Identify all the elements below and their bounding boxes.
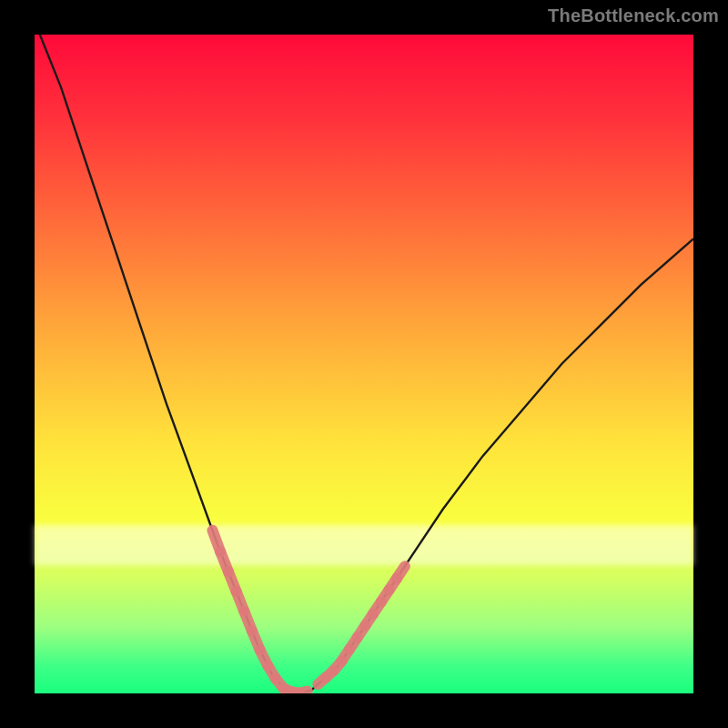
watermark-text: TheBottleneck.com bbox=[548, 5, 719, 26]
marker-segment bbox=[299, 691, 308, 693]
chart-frame: TheBottleneck.com bbox=[0, 0, 728, 728]
curve-main bbox=[35, 35, 693, 693]
plot-area bbox=[35, 35, 693, 693]
bottleneck-curve bbox=[35, 35, 693, 693]
marker-segment bbox=[397, 566, 405, 578]
curve-markers bbox=[212, 531, 404, 693]
